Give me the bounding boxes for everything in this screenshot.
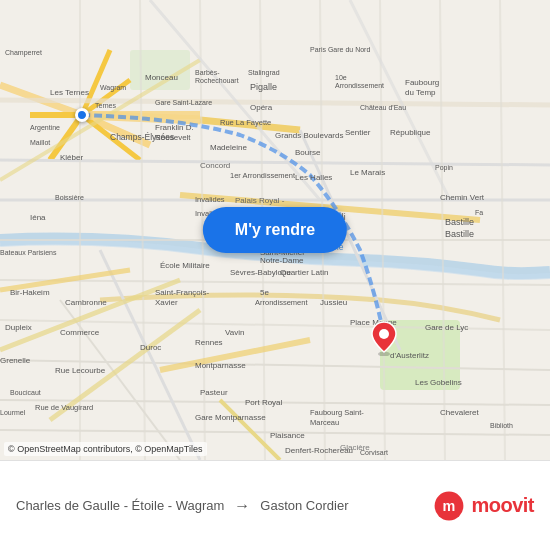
from-station: Charles de Gaulle - Étoile - Wagram xyxy=(16,498,224,513)
svg-text:Arrondissement: Arrondissement xyxy=(255,298,308,307)
route-row: Charles de Gaulle - Étoile - Wagram → Ga… xyxy=(16,497,417,515)
svg-point-129 xyxy=(379,329,389,339)
svg-text:Monceau: Monceau xyxy=(145,73,178,82)
svg-text:Grands Boulevards: Grands Boulevards xyxy=(275,131,343,140)
svg-text:Pasteur: Pasteur xyxy=(200,388,228,397)
svg-text:Iéna: Iéna xyxy=(30,213,46,222)
to-station: Gaston Cordier xyxy=(260,498,348,513)
svg-text:Commerce: Commerce xyxy=(60,328,100,337)
svg-text:Dupleix: Dupleix xyxy=(5,323,32,332)
svg-text:Marceau: Marceau xyxy=(310,418,339,427)
arrow-icon: → xyxy=(234,497,250,515)
svg-text:Argentine: Argentine xyxy=(30,124,60,132)
moovit-logo: m moovit xyxy=(417,490,534,522)
svg-text:Popin: Popin xyxy=(435,164,453,172)
svg-text:Corvisart: Corvisart xyxy=(360,449,388,456)
footer-bar: Charles de Gaulle - Étoile - Wagram → Ga… xyxy=(0,460,550,550)
svg-text:1er Arrondissement: 1er Arrondissement xyxy=(230,171,296,180)
svg-text:Rue Lecourbe: Rue Lecourbe xyxy=(55,366,106,375)
svg-text:Saint-François-: Saint-François- xyxy=(155,288,210,297)
svg-text:Bir-Hakeim: Bir-Hakeim xyxy=(10,288,50,297)
svg-text:Château d'Eau: Château d'Eau xyxy=(360,104,406,111)
svg-text:Quartier Latin: Quartier Latin xyxy=(280,268,328,277)
svg-text:Pigalle: Pigalle xyxy=(250,82,277,92)
svg-text:Maillot: Maillot xyxy=(30,139,50,146)
map-attribution: © OpenStreetMap contributors, © OpenMapT… xyxy=(4,442,207,456)
svg-text:Grenelle: Grenelle xyxy=(0,356,31,365)
moovit-text: moovit xyxy=(471,494,534,517)
svg-text:Stalingrad: Stalingrad xyxy=(248,69,280,77)
svg-text:Rue de Vaugirard: Rue de Vaugirard xyxy=(35,403,93,412)
svg-text:Ternes: Ternes xyxy=(95,102,117,109)
svg-text:Sentier: Sentier xyxy=(345,128,371,137)
svg-text:Opéra: Opéra xyxy=(250,103,273,112)
origin-pin xyxy=(75,108,89,122)
my-rendre-button[interactable]: M'y rendre xyxy=(203,207,347,253)
svg-text:Chevaleret: Chevaleret xyxy=(440,408,479,417)
svg-text:Plaisance: Plaisance xyxy=(270,431,305,440)
svg-text:Les Ternes: Les Ternes xyxy=(50,88,89,97)
svg-text:Le Marais: Le Marais xyxy=(350,168,385,177)
svg-text:m: m xyxy=(443,497,456,513)
svg-text:Madeleine: Madeleine xyxy=(210,143,247,152)
svg-text:Roosevelt: Roosevelt xyxy=(155,133,191,142)
svg-text:Concord: Concord xyxy=(200,161,230,170)
svg-text:École Militaire: École Militaire xyxy=(160,261,210,270)
svg-text:Rue La Fayette: Rue La Fayette xyxy=(220,118,271,127)
moovit-icon: m xyxy=(433,490,465,522)
svg-text:Chemin Vert: Chemin Vert xyxy=(440,193,485,202)
svg-text:Gare Montparnasse: Gare Montparnasse xyxy=(195,413,266,422)
svg-text:Montparnasse: Montparnasse xyxy=(195,361,246,370)
svg-text:Vavin: Vavin xyxy=(225,328,244,337)
svg-text:Invalides: Invalides xyxy=(195,195,225,204)
svg-text:Les Halles: Les Halles xyxy=(295,173,332,182)
svg-text:Bastille: Bastille xyxy=(445,217,474,227)
svg-text:Notre-Dame: Notre-Dame xyxy=(260,256,304,265)
svg-text:Palais Royal -: Palais Royal - xyxy=(235,196,285,205)
svg-text:Paris Gare du Nord: Paris Gare du Nord xyxy=(310,46,370,53)
svg-text:Duroc: Duroc xyxy=(140,343,161,352)
destination-pin xyxy=(370,320,398,356)
svg-text:Wagram: Wagram xyxy=(100,84,126,92)
svg-text:Faubourg: Faubourg xyxy=(405,78,439,87)
route-info: Charles de Gaulle - Étoile - Wagram → Ga… xyxy=(16,497,417,515)
svg-text:République: République xyxy=(390,128,431,137)
svg-text:Les Gobelins: Les Gobelins xyxy=(415,378,462,387)
svg-text:Biblioth: Biblioth xyxy=(490,422,513,429)
svg-text:Boissière: Boissière xyxy=(55,194,84,201)
svg-text:du Temp: du Temp xyxy=(405,88,436,97)
map-container: Les Ternes Ternes Argentine Wagram Champ… xyxy=(0,0,550,460)
svg-text:Rennes: Rennes xyxy=(195,338,223,347)
svg-text:Franklin D.: Franklin D. xyxy=(155,123,194,132)
svg-text:Faubourg Saint-: Faubourg Saint- xyxy=(310,408,364,417)
svg-text:Arrondissement: Arrondissement xyxy=(335,82,384,89)
svg-text:Gare de Lyc: Gare de Lyc xyxy=(425,323,468,332)
svg-text:Barbès-: Barbès- xyxy=(195,69,220,76)
svg-text:Boucicaut: Boucicaut xyxy=(10,389,41,396)
svg-text:Champerret: Champerret xyxy=(5,49,42,57)
svg-text:Lourmel: Lourmel xyxy=(0,409,26,416)
svg-text:Jussieu: Jussieu xyxy=(320,298,347,307)
svg-text:Bourse: Bourse xyxy=(295,148,321,157)
svg-text:5e: 5e xyxy=(260,288,269,297)
svg-text:Port Royal: Port Royal xyxy=(245,398,283,407)
svg-text:Rochechouart: Rochechouart xyxy=(195,77,239,84)
svg-text:Fa: Fa xyxy=(475,209,483,216)
svg-text:Xavier: Xavier xyxy=(155,298,178,307)
svg-text:Cambronne: Cambronne xyxy=(65,298,107,307)
svg-text:Bastille: Bastille xyxy=(445,229,474,239)
svg-text:10e: 10e xyxy=(335,74,347,81)
svg-text:Bateaux Parisiens: Bateaux Parisiens xyxy=(0,249,57,256)
svg-text:Kléber: Kléber xyxy=(60,153,83,162)
svg-text:Gare Saint-Lazare: Gare Saint-Lazare xyxy=(155,99,212,106)
